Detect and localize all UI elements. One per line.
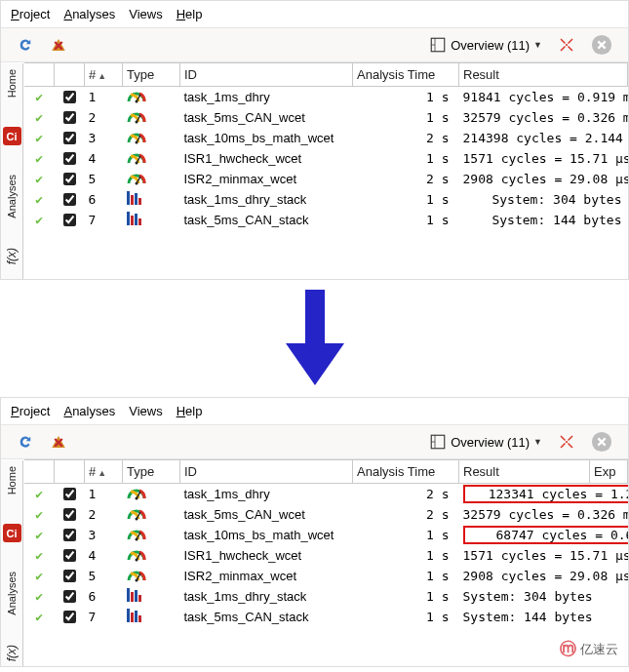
menu-analyses[interactable]: Analyses — [63, 404, 115, 418]
tab-fx[interactable]: f(x) — [5, 248, 19, 264]
row-id: task_1ms_dhry_stack — [180, 586, 353, 607]
row-time: 1 s — [353, 545, 459, 566]
row-number: 2 — [85, 504, 123, 525]
refresh-button[interactable] — [13, 34, 38, 56]
row-checkbox[interactable] — [63, 590, 76, 603]
row-checkbox[interactable] — [63, 152, 76, 165]
table-row[interactable]: ✔2task_5ms_CAN_wcet2 s32579 cycles = 0.3… — [24, 504, 628, 525]
col-num[interactable]: #▲ — [85, 63, 123, 87]
row-number: 4 — [85, 545, 123, 566]
row-number: 2 — [85, 107, 123, 128]
menu-help[interactable]: Help — [177, 404, 203, 418]
row-checkbox[interactable] — [63, 611, 76, 623]
col-id[interactable]: ID — [180, 63, 353, 87]
table-row[interactable]: ✔1task_1ms_dhry2 s123341 cycles = 1.234 … — [24, 484, 628, 505]
row-checkbox[interactable] — [63, 508, 76, 521]
delete-button[interactable] — [46, 34, 71, 56]
menu-views[interactable]: Views — [129, 404, 162, 418]
menu-analyses[interactable]: Analyses — [63, 7, 115, 21]
table-row[interactable]: ✔1task_1ms_dhry1 s91841 cycles = 0.919 m… — [24, 87, 628, 108]
target-button[interactable] — [554, 34, 579, 56]
row-checkbox[interactable] — [63, 570, 76, 582]
row-time: 1 s — [353, 107, 459, 128]
status-check-icon: ✔ — [35, 548, 43, 563]
tab-home[interactable]: Home — [6, 69, 18, 98]
col-num[interactable]: #▲ — [85, 460, 123, 484]
row-checkbox[interactable] — [63, 214, 76, 226]
row-time: 1 s — [353, 586, 459, 607]
target-button[interactable] — [554, 431, 579, 453]
table-row[interactable]: ✔4ISR1_hwcheck_wcet1 s1571 cycles = 15.7… — [24, 545, 628, 566]
table-row[interactable]: ✔5ISR2_minmax_wcet2 s2908 cycles = 29.08… — [24, 169, 628, 189]
row-time: 2 s — [353, 484, 459, 505]
close-button[interactable] — [587, 32, 616, 58]
delete-button[interactable] — [46, 431, 71, 453]
row-result: 68747 cycles = 0.688 ms — [459, 525, 590, 545]
table-row[interactable]: ✔6task_1ms_dhry_stack1 sSystem: 304 byte… — [24, 586, 628, 607]
status-check-icon: ✔ — [35, 569, 43, 583]
row-checkbox[interactable] — [63, 193, 76, 206]
menubar: ProjectAnalysesViewsHelp — [1, 1, 628, 28]
col-time[interactable]: Analysis Time — [353, 460, 459, 484]
svg-point-19 — [135, 518, 138, 521]
table-row[interactable]: ✔7task_5ms_CAN_stack1 sSystem: 144 bytes — [24, 210, 628, 230]
row-type-icon — [123, 210, 180, 230]
overview-dropdown[interactable]: Overview (11) ▼ — [425, 34, 546, 56]
table-row[interactable]: ✔4ISR1_hwcheck_wcet1 s1571 cycles = 15.7… — [24, 148, 628, 169]
row-id: task_1ms_dhry_stack — [180, 189, 353, 210]
row-id: task_10ms_bs_math_wcet — [180, 128, 353, 148]
row-checkbox[interactable] — [63, 529, 76, 541]
row-time: 2 s — [353, 169, 459, 189]
row-type-icon — [123, 607, 180, 627]
col-type[interactable]: Type — [123, 63, 180, 87]
col-result[interactable]: Result — [459, 63, 628, 87]
row-time: 1 s — [353, 566, 459, 586]
tab-home[interactable]: Home — [6, 466, 18, 494]
row-result: 32579 cycles = 0.326 ms — [459, 107, 628, 128]
tab-analyses[interactable]: Analyses — [6, 175, 18, 218]
row-number: 5 — [85, 169, 123, 189]
row-checkbox[interactable] — [63, 132, 76, 144]
col-time[interactable]: Analysis Time — [353, 63, 459, 87]
tab-analyses[interactable]: Analyses — [6, 572, 18, 615]
row-id: ISR1_hwcheck_wcet — [180, 545, 353, 566]
table-row[interactable]: ✔3task_10ms_bs_math_wcet2 s214398 cycles… — [24, 128, 628, 148]
close-button[interactable] — [587, 429, 616, 455]
menu-project[interactable]: Project — [11, 404, 50, 418]
row-type-icon — [123, 148, 180, 169]
down-arrow-icon — [281, 290, 349, 387]
menu-project[interactable]: Project — [11, 7, 50, 21]
row-checkbox[interactable] — [63, 488, 76, 500]
row-checkbox[interactable] — [63, 111, 76, 124]
status-check-icon: ✔ — [35, 151, 43, 166]
table-row[interactable]: ✔6task_1ms_dhry_stack1 sSystem: 304 byte… — [24, 189, 628, 210]
table-row[interactable]: ✔3task_10ms_bs_math_wcet1 s68747 cycles … — [24, 525, 628, 545]
refresh-button[interactable] — [13, 431, 38, 453]
row-time: 2 s — [353, 504, 459, 525]
table-row[interactable]: ✔7task_5ms_CAN_stack1 sSystem: 144 bytes — [24, 607, 628, 627]
side-tabs: HomeCiAnalysesf(x) — [1, 460, 23, 666]
table-row[interactable]: ✔5ISR2_minmax_wcet1 s2908 cycles = 29.08… — [24, 566, 628, 586]
table-row[interactable]: ✔2task_5ms_CAN_wcet1 s32579 cycles = 0.3… — [24, 107, 628, 128]
menu-help[interactable]: Help — [177, 7, 203, 21]
arrow-separator — [0, 280, 629, 397]
watermark: ⓜ亿速云 — [560, 638, 618, 660]
status-check-icon: ✔ — [35, 172, 43, 186]
row-checkbox[interactable] — [63, 173, 76, 185]
col-type[interactable]: Type — [123, 460, 180, 484]
row-number: 3 — [85, 525, 123, 545]
col-id[interactable]: ID — [180, 460, 353, 484]
svg-point-8 — [135, 141, 138, 144]
col-result[interactable]: Result — [459, 460, 590, 484]
overview-dropdown[interactable]: Overview (11) ▼ — [425, 431, 546, 453]
row-time: 1 s — [353, 148, 459, 169]
row-type-icon — [123, 504, 180, 525]
row-result: 123341 cycles = 1.234 ms — [459, 484, 590, 505]
status-check-icon: ✔ — [35, 213, 43, 227]
row-checkbox[interactable] — [63, 91, 76, 103]
menu-views[interactable]: Views — [129, 7, 162, 21]
row-number: 4 — [85, 148, 123, 169]
tab-fx[interactable]: f(x) — [5, 645, 19, 661]
col-expected[interactable]: Exp — [590, 460, 628, 484]
row-checkbox[interactable] — [63, 549, 76, 562]
